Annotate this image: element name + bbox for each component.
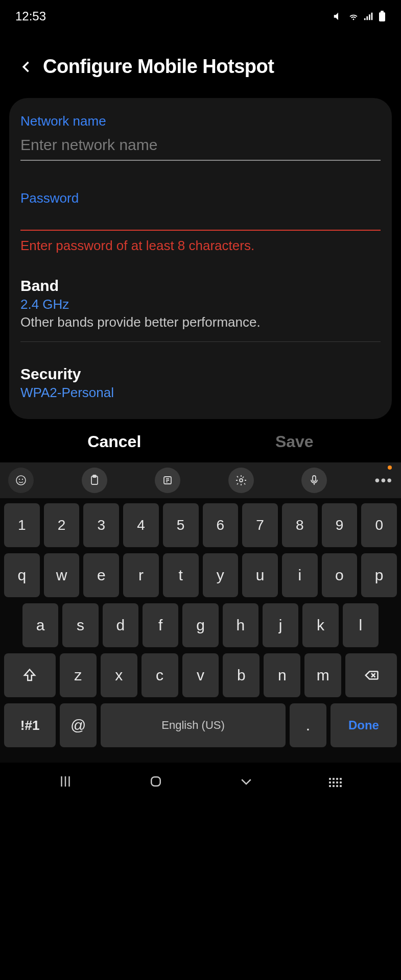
key-n[interactable]: n — [264, 653, 300, 697]
space-key[interactable]: English (US) — [101, 703, 285, 747]
key-b[interactable]: b — [223, 653, 260, 697]
status-time: 12:53 — [15, 9, 46, 23]
key-r[interactable]: r — [123, 553, 159, 597]
key-w[interactable]: w — [44, 553, 80, 597]
band-row[interactable]: Band 2.4 GHz Other bands provide better … — [20, 265, 381, 342]
key-2[interactable]: 2 — [44, 503, 80, 547]
band-title: Band — [20, 277, 381, 295]
symbols-key[interactable]: !#1 — [4, 703, 56, 747]
key-p[interactable]: p — [361, 553, 397, 597]
key-row-num: 1234567890 — [4, 503, 397, 547]
password-input[interactable] — [20, 210, 381, 231]
key-x[interactable]: x — [101, 653, 137, 697]
status-bar: 12:53 — [0, 0, 401, 28]
key-i[interactable]: i — [282, 553, 318, 597]
settings-card: Network name Password Enter password of … — [9, 98, 392, 419]
key-5[interactable]: 5 — [163, 503, 199, 547]
wifi-icon — [348, 11, 359, 22]
key-m[interactable]: m — [304, 653, 341, 697]
key-d[interactable]: d — [103, 603, 138, 647]
password-label: Password — [20, 190, 381, 206]
band-value: 2.4 GHz — [20, 297, 381, 312]
signal-icon — [363, 11, 374, 22]
header: Configure Mobile Hotspot — [0, 28, 401, 98]
key-e[interactable]: e — [83, 553, 119, 597]
svg-point-3 — [19, 479, 20, 480]
key-0[interactable]: 0 — [361, 503, 397, 547]
key-c[interactable]: c — [141, 653, 178, 697]
shift-key[interactable] — [4, 653, 56, 697]
key-v[interactable]: v — [182, 653, 219, 697]
network-name-label: Network name — [20, 113, 381, 129]
svg-rect-12 — [313, 476, 316, 481]
backspace-key[interactable] — [345, 653, 397, 697]
key-6[interactable]: 6 — [203, 503, 239, 547]
key-l[interactable]: l — [343, 603, 379, 647]
key-9[interactable]: 9 — [322, 503, 358, 547]
keyboard: 1234567890 qwertyuiop asdfghjkl zxcvbnm … — [0, 498, 401, 763]
key-y[interactable]: y — [203, 553, 239, 597]
key-7[interactable]: 7 — [242, 503, 278, 547]
key-row-3: zxcvbnm — [4, 653, 397, 697]
key-o[interactable]: o — [322, 553, 358, 597]
page-title: Configure Mobile Hotspot — [43, 56, 274, 78]
svg-rect-0 — [379, 12, 385, 21]
security-value: WPA2-Personal — [20, 385, 381, 401]
key-k[interactable]: k — [302, 603, 338, 647]
key-row-bottom: !#1 @ English (US) . Done — [4, 703, 397, 747]
key-h[interactable]: h — [223, 603, 258, 647]
home-button[interactable] — [148, 774, 163, 791]
password-error: Enter password of at least 8 characters. — [20, 238, 381, 254]
dot-key[interactable]: . — [290, 703, 326, 747]
key-t[interactable]: t — [163, 553, 199, 597]
key-g[interactable]: g — [182, 603, 218, 647]
key-u[interactable]: u — [242, 553, 278, 597]
text-extract-icon[interactable] — [155, 468, 180, 493]
hide-keyboard-button[interactable] — [239, 774, 254, 791]
done-key[interactable]: Done — [331, 703, 397, 747]
key-row-2: asdfghjkl — [4, 603, 397, 647]
svg-point-11 — [240, 479, 243, 482]
band-subtitle: Other bands provide better performance. — [20, 314, 381, 330]
key-1[interactable]: 1 — [4, 503, 40, 547]
key-q[interactable]: q — [4, 553, 40, 597]
network-name-input[interactable] — [20, 133, 381, 161]
gear-icon[interactable] — [228, 468, 254, 493]
battery-icon — [379, 11, 386, 22]
save-button[interactable]: Save — [275, 432, 314, 451]
clipboard-icon[interactable] — [82, 468, 107, 493]
key-j[interactable]: j — [263, 603, 298, 647]
key-4[interactable]: 4 — [123, 503, 159, 547]
svg-rect-1 — [381, 11, 384, 12]
svg-point-2 — [16, 476, 26, 485]
back-icon[interactable] — [19, 60, 34, 74]
notification-dot — [388, 465, 392, 470]
security-row[interactable]: Security WPA2-Personal — [20, 353, 381, 404]
mute-icon — [333, 11, 344, 22]
key-a[interactable]: a — [22, 603, 58, 647]
more-icon[interactable]: ••• — [375, 472, 393, 488]
svg-point-4 — [22, 479, 23, 480]
mic-icon[interactable] — [301, 468, 327, 493]
key-row-1: qwertyuiop — [4, 553, 397, 597]
cancel-button[interactable]: Cancel — [87, 432, 141, 451]
svg-rect-18 — [151, 777, 160, 786]
key-z[interactable]: z — [60, 653, 97, 697]
recents-button[interactable] — [58, 774, 73, 791]
keyboard-toolbar: ••• — [0, 462, 401, 498]
at-key[interactable]: @ — [60, 703, 97, 747]
key-f[interactable]: f — [143, 603, 178, 647]
keyboard-switch-button[interactable] — [329, 778, 343, 787]
key-s[interactable]: s — [62, 603, 98, 647]
emoji-icon[interactable] — [8, 468, 34, 493]
security-title: Security — [20, 365, 381, 383]
status-icons — [333, 11, 386, 22]
key-3[interactable]: 3 — [83, 503, 119, 547]
key-8[interactable]: 8 — [282, 503, 318, 547]
dialog-buttons: Cancel Save — [0, 419, 401, 462]
nav-bar — [0, 763, 401, 806]
